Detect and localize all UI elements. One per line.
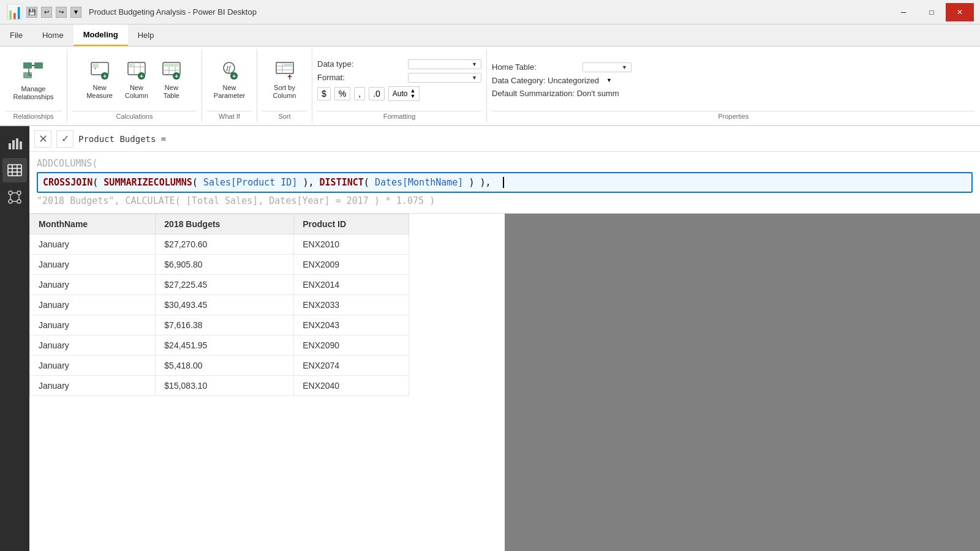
currency-button[interactable]: $ (317, 87, 331, 100)
code-editor[interactable]: ADDCOLUMNS( CROSSJOIN( SUMMARIZECOLUMNS(… (29, 152, 980, 214)
table-cell: $5,418.00 (156, 355, 294, 375)
minimize-button[interactable]: ─ (889, 3, 918, 21)
sort-by-column-label: Sort byColumn (273, 84, 296, 100)
decrease-decimal-button[interactable]: .0 (369, 87, 385, 100)
table-row: January$5,418.00ENX2074 (30, 355, 409, 375)
table-row: January$27,225.45ENX2014 (30, 274, 409, 294)
ribbon-group-relationships: ManageRelationships Relationships (0, 49, 67, 122)
svg-rect-21 (164, 64, 179, 67)
comma-button[interactable]: , (354, 87, 365, 100)
save-button[interactable]: 💾 (26, 7, 37, 18)
svg-point-47 (17, 191, 21, 195)
table-cell: ENX2014 (294, 274, 409, 294)
svg-rect-35 (284, 64, 292, 66)
ribbon-group-sort: Sort byColumn Sort (257, 49, 312, 122)
hometable-dropdown[interactable]: ▼ (582, 62, 631, 72)
datacategory-chevron-icon[interactable]: ▼ (606, 77, 612, 83)
svg-rect-9 (100, 64, 106, 68)
menu-file[interactable]: File (0, 24, 32, 46)
code-paren5: ) ), (463, 177, 491, 188)
formatting-group-name: Formatting (317, 111, 481, 120)
summarize-keyword: SUMMARIZECOLUMNS (104, 177, 192, 188)
sales-product-ref: Sales[Product ID] (203, 177, 298, 188)
ribbon-group-properties: Home Table: ▼ Data Category: Uncategoriz… (487, 49, 980, 122)
datacategory-label: Data Category: Uncategorized (492, 76, 599, 85)
format-dropdown[interactable]: ▼ (408, 73, 481, 83)
auto-spinner[interactable]: Auto ▲▼ (388, 86, 420, 101)
redo-button[interactable]: ↪ (56, 7, 67, 18)
ribbon-group-whatif: If + NewParameter What If (202, 49, 257, 122)
undo-button[interactable]: ↩ (41, 7, 52, 18)
datatype-dropdown[interactable]: ▼ (408, 59, 481, 69)
manage-relationships-button[interactable]: ManageRelationships (8, 56, 58, 103)
formula-bar: ✕ ✓ Product Budgets = (29, 126, 980, 152)
new-measure-button[interactable]: Σ + NewMeasure (81, 58, 118, 102)
new-parameter-button[interactable]: If + NewParameter (209, 58, 250, 102)
code-paren1: ( (92, 177, 104, 188)
menu-bar: File Home Modeling Help (0, 24, 980, 47)
svg-text:+: + (140, 72, 143, 80)
code-line-1: ADDCOLUMNS( (37, 157, 973, 171)
maximize-button[interactable]: □ (918, 3, 946, 21)
table-cell: January (30, 274, 156, 294)
sidebar-icon-chart[interactable] (2, 131, 27, 156)
table-cell: $30,493.45 (156, 294, 294, 315)
svg-rect-0 (23, 62, 32, 69)
new-measure-icon: Σ + (90, 60, 110, 83)
hometable-chevron-icon: ▼ (622, 64, 627, 70)
new-column-label: NewColumn (125, 84, 148, 100)
table-header-row: MonthName 2018 Budgets Product ID (30, 214, 409, 234)
code-paren2: ( (192, 177, 203, 188)
formula-title: Product Budgets = (78, 134, 166, 144)
manage-relationships-icon (22, 59, 44, 84)
formula-close-button[interactable]: ✕ (34, 130, 51, 148)
window-controls[interactable]: 💾 ↩ ↪ ▼ (26, 7, 81, 18)
menu-help[interactable]: Help (128, 24, 164, 46)
title-bar: 📊 💾 ↩ ↪ ▼ Product Budgeting Analysis - P… (0, 0, 980, 24)
dates-monthname-ref: Dates[MonthName] (375, 177, 464, 188)
table-cell: January (30, 375, 156, 395)
summarization-label: Default Summarization: Don't summ (492, 89, 619, 98)
ribbon-group-calculations: Σ + NewMeasure (67, 49, 202, 122)
new-table-button[interactable]: + NewTable (156, 58, 187, 102)
code-line-selected: CROSSJOIN( SUMMARIZECOLUMNS( Sales[Produ… (37, 172, 973, 193)
ribbon-group-formatting: Data type: ▼ Format: ▼ $ % , (312, 49, 487, 122)
menu-modeling[interactable]: Modeling (74, 24, 128, 46)
sidebar-icon-table[interactable] (2, 158, 27, 182)
datatype-chevron-icon: ▼ (472, 61, 477, 67)
table-cell: January (30, 254, 156, 274)
svg-text:If: If (225, 64, 232, 73)
formula-check-button[interactable]: ✓ (56, 130, 74, 148)
percent-button[interactable]: % (334, 87, 350, 100)
sort-by-column-button[interactable]: Sort byColumn (268, 58, 301, 102)
sidebar-icon-model[interactable] (2, 185, 27, 209)
new-table-icon: + (162, 60, 181, 83)
relationships-group-name: Relationships (5, 111, 62, 120)
col-productid: Product ID (294, 214, 409, 234)
spinner-up-icon[interactable]: ▲▼ (410, 88, 416, 99)
menu-home[interactable]: Home (32, 24, 74, 46)
dropdown-button[interactable]: ▼ (70, 7, 81, 18)
svg-rect-10 (92, 69, 99, 73)
table-row: January$7,616.38ENX2043 (30, 315, 409, 335)
new-column-button[interactable]: + NewColumn (120, 58, 153, 102)
table-cell: January (30, 315, 156, 335)
table-row: January$30,493.45ENX2033 (30, 294, 409, 315)
svg-text:+: + (232, 72, 236, 80)
window-min-max-close[interactable]: ─ □ ✕ (889, 3, 974, 21)
table-row: January$27,270.60ENX2010 (30, 234, 409, 254)
format-label: Format: (317, 73, 403, 82)
svg-text:+: + (103, 72, 107, 80)
table-cell: $7,616.38 (156, 315, 294, 335)
hometable-label: Home Table: (492, 62, 578, 72)
table-cell: January (30, 355, 156, 375)
table-cell: $6,905.80 (156, 254, 294, 274)
table-cell: ENX2043 (294, 315, 409, 335)
new-parameter-label: NewParameter (214, 84, 245, 100)
close-button[interactable]: ✕ (946, 3, 974, 21)
col-monthname: MonthName (30, 214, 156, 234)
gray-area (505, 214, 980, 552)
sort-by-column-icon (275, 60, 295, 83)
distinct-keyword: DISTINCT (320, 177, 364, 188)
svg-rect-41 (8, 165, 21, 176)
